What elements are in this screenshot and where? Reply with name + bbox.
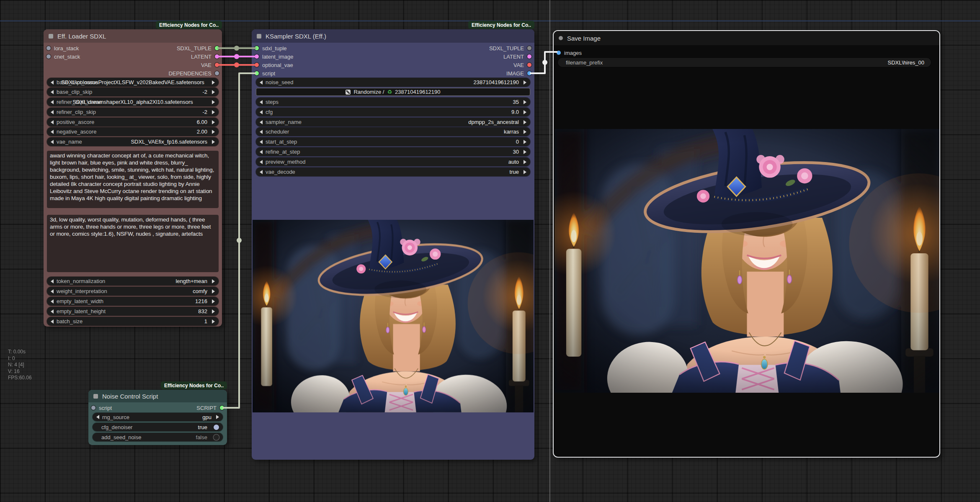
decrement-arrow-icon[interactable] [260,110,263,114]
widget-empty-latent-height[interactable]: empty_latent_height 832 [47,307,219,316]
port-dot-icon[interactable] [215,71,219,75]
widget-refiner-ckpt-name[interactable]: refiner_ckpt_name SDXL\dreamshaperXL10_a… [47,98,219,106]
increment-arrow-icon[interactable] [524,80,526,85]
node-title-bar[interactable]: Save Image [554,31,939,45]
output-port-script[interactable]: SCRIPT [196,404,224,412]
decrement-arrow-icon[interactable] [51,309,54,314]
decrement-arrow-icon[interactable] [260,80,263,85]
widget-scheduler[interactable]: scheduler karras [256,127,530,136]
decrement-arrow-icon[interactable] [51,319,54,324]
port-dot-icon[interactable] [527,46,531,50]
widget-start-at-step[interactable]: start_at_step 0 [256,137,530,146]
decrement-arrow-icon[interactable] [260,140,263,144]
port-dot-icon[interactable] [255,54,259,59]
decrement-arrow-icon[interactable] [51,110,54,114]
decrement-arrow-icon[interactable] [260,150,263,154]
port-dot-icon[interactable] [46,54,51,59]
output-port-dependencies[interactable]: DEPENDENCIES [168,69,219,77]
output-port-sdxl-tuple[interactable]: SDXL_TUPLE [177,44,219,52]
increment-arrow-icon[interactable] [524,140,526,144]
negative-prompt-textarea[interactable]: 3d, low quality, worst quality, mutation… [47,215,219,272]
increment-arrow-icon[interactable] [524,120,526,124]
port-dot-icon[interactable] [215,46,219,50]
increment-arrow-icon[interactable] [524,170,526,174]
decrement-arrow-icon[interactable] [260,120,263,124]
decrement-arrow-icon[interactable] [96,415,99,419]
decrement-arrow-icon[interactable] [51,90,54,94]
widget-filename-prefix[interactable]: filename_prefix SDXL\hires_00 [558,58,931,67]
decrement-arrow-icon[interactable] [51,100,54,104]
increment-arrow-icon[interactable] [212,90,215,94]
node-collapse-icon[interactable] [49,34,53,39]
input-port-cnet-stack[interactable]: cnet_stack [46,52,80,61]
increment-arrow-icon[interactable] [524,100,526,104]
decrement-arrow-icon[interactable] [260,170,263,174]
decrement-arrow-icon[interactable] [51,289,54,293]
increment-arrow-icon[interactable] [212,309,215,314]
widget-sampler-name[interactable]: sampler_name dpmpp_2s_ancestral [256,118,530,126]
increment-arrow-icon[interactable] [212,80,215,85]
node-title-bar[interactable]: KSampler SDXL (Eff.) [252,29,534,43]
increment-arrow-icon[interactable] [524,150,526,154]
widget-empty-latent-width[interactable]: empty_latent_width 1216 [47,297,219,306]
widget-negative-ascore[interactable]: negative_ascore 2.00 [47,127,219,136]
widget-preview-method[interactable]: preview_method auto [256,157,530,166]
node-collapse-icon[interactable] [257,34,261,39]
port-dot-icon[interactable] [215,63,219,67]
widget-positive-ascore[interactable]: positive_ascore 6.00 [47,118,219,126]
output-port-latent[interactable]: LATENT [503,52,531,61]
increment-arrow-icon[interactable] [212,319,215,324]
port-dot-icon[interactable] [220,406,224,410]
input-port-latent-image[interactable]: latent_image [255,52,293,61]
port-dot-icon[interactable] [215,54,219,59]
decrement-arrow-icon[interactable] [51,120,54,124]
increment-arrow-icon[interactable] [212,299,215,304]
widget-noise-seed[interactable]: noise_seed 238710419612190 [256,78,530,87]
node-graph-canvas[interactable]: Efficiency Nodes for Co.. Eff. Loader SD… [0,0,980,502]
node-ksampler-sdxl[interactable]: KSampler SDXL (Eff.) sdxl_tuple latent_i… [252,29,534,460]
output-port-vae[interactable]: VAE [513,61,531,69]
widget-refine-at-step[interactable]: refine_at_step 30 [256,147,530,156]
decrement-arrow-icon[interactable] [260,100,263,104]
widget-vae-name[interactable]: vae_name SDXL_VAEfix_fp16.safetensors [47,137,219,146]
widget-cfg[interactable]: cfg 9.0 [256,108,530,116]
node-title-bar[interactable]: Eff. Loader SDXL [44,29,222,43]
toggle-on-icon[interactable] [214,425,219,430]
port-dot-icon[interactable] [46,46,51,50]
widget-add-seed-noise[interactable]: add_seed_noise false [93,433,223,441]
widget-base-ckpt-name[interactable]: base_ckpt_name SDXL\colossusProjectXLSFW… [47,78,219,87]
output-port-image[interactable]: IMAGE [506,69,531,77]
positive-prompt-textarea[interactable]: award winning character concept art of, … [47,151,219,208]
output-port-sdxl-tuple[interactable]: SDXL_TUPLE [489,44,531,52]
port-dot-icon[interactable] [91,406,95,410]
node-noise-control-script[interactable]: Noise Control Script script SCRIPT rng_s… [88,390,227,445]
port-dot-icon[interactable] [527,71,531,75]
decrement-arrow-icon[interactable] [260,130,263,134]
widget-token-normalization[interactable]: token_normalization length+mean [47,277,219,286]
input-port-sdxl-tuple[interactable]: sdxl_tuple [255,44,287,52]
decrement-arrow-icon[interactable] [51,130,54,134]
port-dot-icon[interactable] [527,54,531,59]
node-eff-loader-sdxl[interactable]: Eff. Loader SDXL lora_stack cnet_stack S… [44,29,222,327]
increment-arrow-icon[interactable] [524,110,526,114]
increment-arrow-icon[interactable] [524,130,526,134]
decrement-arrow-icon[interactable] [260,160,263,164]
decrement-arrow-icon[interactable] [51,299,54,304]
widget-steps[interactable]: steps 35 [256,98,530,106]
widget-refiner-clip-skip[interactable]: refiner_clip_skip -2 [47,108,219,116]
toggle-off-icon[interactable] [214,435,219,440]
input-port-images[interactable]: images [557,49,582,57]
increment-arrow-icon[interactable] [212,130,215,134]
port-dot-icon[interactable] [527,63,531,67]
output-port-vae[interactable]: VAE [201,61,219,69]
increment-arrow-icon[interactable] [216,415,219,419]
decrement-arrow-icon[interactable] [51,279,54,283]
input-port-lora-stack[interactable]: lora_stack [46,44,79,52]
widget-rng-source[interactable]: rng_source gpu [93,413,223,421]
decrement-arrow-icon[interactable] [51,80,54,85]
increment-arrow-icon[interactable] [212,100,215,104]
port-dot-icon[interactable] [255,63,259,67]
decrement-arrow-icon[interactable] [51,140,54,144]
increment-arrow-icon[interactable] [212,110,215,114]
output-port-latent[interactable]: LATENT [191,52,219,61]
